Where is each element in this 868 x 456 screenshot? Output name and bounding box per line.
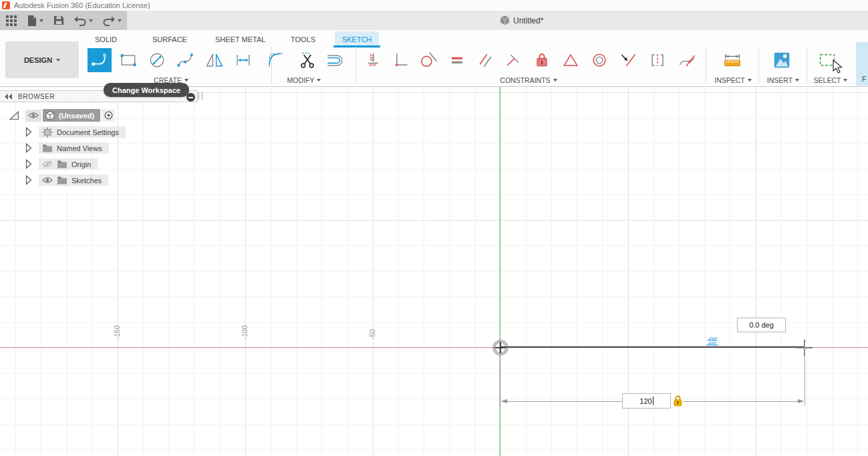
axis-tick-label: -150 — [113, 319, 122, 346]
redo-icon — [102, 15, 116, 26]
chevron-right-icon[interactable] — [25, 175, 33, 185]
modify-panel-label[interactable]: MODIFY — [277, 76, 331, 85]
sketch-dimension-tool-button[interactable] — [231, 48, 255, 72]
equal-constraint-button[interactable] — [445, 48, 469, 72]
gear-icon — [42, 127, 53, 138]
document-root-item[interactable]: (Unsaved) — [43, 109, 100, 122]
workspace-switcher-button[interactable]: DESIGN — [5, 41, 79, 78]
finish-sketch-button-partial[interactable]: F — [856, 42, 868, 86]
browser-item-document-settings[interactable]: Document Settings — [25, 126, 126, 138]
spline-tool-button[interactable] — [174, 48, 198, 72]
browser-root-row[interactable]: (Unsaved) — [9, 109, 115, 122]
mouse-cursor — [833, 60, 843, 74]
image-icon — [771, 49, 792, 71]
panel-resize-handle[interactable] — [198, 92, 202, 100]
concentric-constraint-button[interactable] — [587, 48, 611, 72]
rectangle-icon — [118, 50, 138, 70]
save-icon — [53, 15, 64, 26]
fillet-icon — [266, 50, 286, 70]
save-button[interactable] — [51, 13, 65, 28]
perpendicular-constraint-button[interactable] — [501, 48, 525, 72]
app-title: Autodesk Fusion 360 (Education License) — [14, 1, 150, 9]
trim-tool-button[interactable] — [295, 48, 319, 72]
undo-button[interactable] — [72, 13, 94, 28]
folder-icon — [42, 144, 53, 152]
horizontal-vertical-constraint-button[interactable] — [361, 48, 385, 72]
browser-item-named-views[interactable]: Named Views — [25, 142, 109, 154]
dimension-icon — [233, 50, 253, 70]
lock-icon — [532, 50, 552, 70]
panel-divider — [355, 47, 356, 84]
inspect-panel-label[interactable]: INSPECT — [706, 76, 760, 85]
circle-tool-button[interactable] — [145, 48, 169, 72]
active-tab-underline — [333, 45, 380, 47]
visibility-toggle[interactable] — [25, 110, 41, 122]
mirror-tool-button[interactable] — [202, 48, 227, 72]
document-cube-icon — [45, 111, 55, 120]
insert-image-button[interactable] — [770, 48, 794, 72]
select-panel-label[interactable]: SELECT — [804, 76, 857, 85]
dimension-input[interactable]: 120 — [622, 393, 671, 409]
app-grid-button[interactable] — [5, 13, 18, 28]
symmetry-constraint-button[interactable] — [645, 48, 670, 72]
sketch-line[interactable] — [500, 346, 805, 348]
redo-button[interactable] — [101, 13, 123, 28]
expanded-triangle-icon[interactable] — [9, 111, 19, 120]
chevron-down-icon — [748, 79, 752, 82]
chevron-down-icon — [795, 79, 799, 82]
fix-unfix-constraint-button[interactable] — [530, 48, 554, 72]
chevron-down-icon — [56, 59, 60, 62]
horizontal-vertical-icon — [363, 50, 383, 70]
text-caret — [653, 396, 654, 405]
browser-item-sketches[interactable]: Sketches — [25, 175, 108, 186]
eye-icon[interactable] — [42, 177, 53, 184]
fillet-tool-button[interactable] — [264, 48, 288, 72]
measure-tool-button[interactable] — [720, 48, 744, 72]
line-tool-button[interactable] — [88, 48, 112, 72]
tab-sheet-metal[interactable]: SHEET METAL — [208, 31, 272, 47]
chevron-down-icon — [843, 79, 847, 82]
document-title: Untitled* — [513, 16, 543, 25]
offset-icon — [324, 50, 344, 70]
eye-icon — [28, 112, 39, 119]
dimension-line — [502, 401, 622, 402]
eye-hidden-icon[interactable] — [42, 160, 53, 168]
chevron-right-icon[interactable] — [25, 127, 33, 137]
collinear-constraint-button[interactable] — [616, 48, 640, 72]
document-tab[interactable]: Untitled* — [500, 11, 543, 30]
dimension-extension-line — [500, 353, 500, 406]
tab-surface[interactable]: SURFACE — [146, 31, 194, 47]
offset-tool-button[interactable] — [322, 48, 346, 72]
rectangle-tool-button[interactable] — [116, 48, 140, 72]
constraints-panel-label[interactable]: CONSTRAINTS — [492, 76, 565, 85]
tangent-constraint-button[interactable] — [416, 48, 440, 72]
file-menu-button[interactable] — [25, 13, 45, 28]
chevron-right-icon[interactable] — [25, 143, 33, 153]
triangle-icon — [561, 50, 581, 70]
collapse-panel-icon[interactable] — [5, 94, 13, 100]
browser-item-origin[interactable]: Origin — [25, 158, 98, 170]
activate-component-radio[interactable] — [102, 109, 115, 122]
insert-panel-label[interactable]: INSERT — [756, 76, 810, 85]
chevron-down-icon — [553, 79, 557, 82]
chevron-down-icon — [118, 19, 122, 22]
tab-tools[interactable]: TOOLS — [284, 31, 322, 47]
change-workspace-tooltip: Change Workspace — [104, 83, 189, 97]
axis-tick-label: -50 — [368, 321, 378, 348]
parallel-constraint-button[interactable] — [473, 48, 497, 72]
angle-input[interactable]: 0.0 deg — [737, 318, 786, 332]
quick-access-buttons — [0, 11, 127, 30]
dimension-arrow-right — [798, 399, 804, 403]
chevron-right-icon[interactable] — [25, 159, 33, 169]
trim-scissors-icon — [297, 50, 317, 70]
dimension-value: 120 — [639, 397, 652, 405]
dimension-arrow-left — [501, 399, 507, 403]
mirror-icon — [204, 50, 225, 70]
angle-value: 0.0 deg — [749, 321, 774, 329]
tab-solid[interactable]: SOLID — [88, 31, 124, 47]
title-bar: Autodesk Fusion 360 (Education License) — [0, 0, 868, 11]
coincident-constraint-button[interactable] — [389, 48, 413, 72]
curvature-constraint-button[interactable] — [675, 48, 699, 72]
midpoint-constraint-button[interactable] — [559, 48, 583, 72]
sketch-canvas[interactable]: -150 -100 -50 120 0.0 deg — [0, 87, 868, 456]
